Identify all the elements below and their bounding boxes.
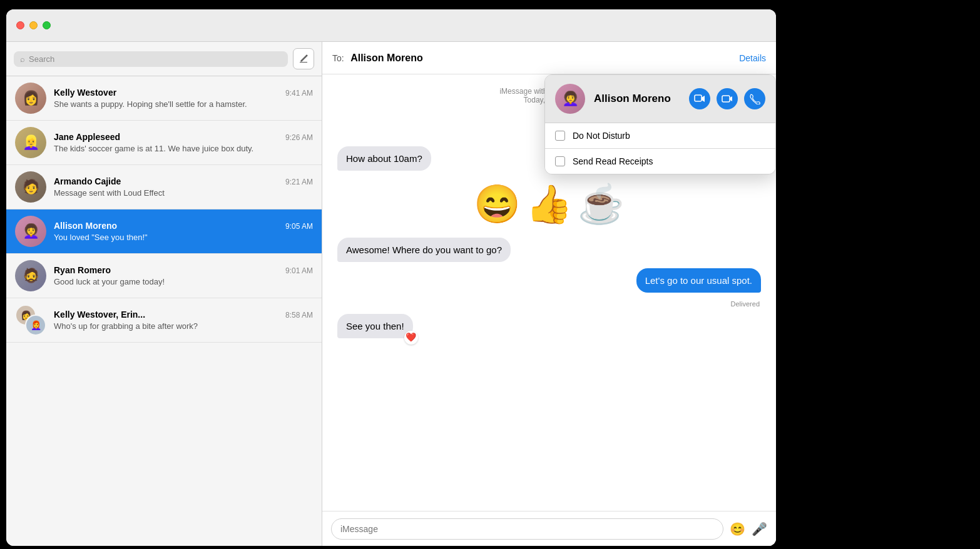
send-read-receipts-checkbox[interactable]	[555, 156, 565, 166]
avatar-ryan-romero: 🧔	[15, 260, 46, 291]
avatar-group-kelly-erin: 👩 👩‍🦰	[15, 305, 46, 336]
conv-preview: You loved "See you then!"	[54, 233, 313, 242]
avatar-erin: 👩‍🦰	[25, 315, 46, 336]
conv-info-allison-moreno: Allison Moreno 9:05 AM You loved "See yo…	[54, 221, 313, 242]
facetime-button[interactable]	[717, 88, 738, 109]
phone-call-button[interactable]	[744, 88, 765, 109]
minimize-button[interactable]	[29, 21, 38, 29]
svg-rect-1	[722, 96, 730, 102]
conv-preview: Message sent with Loud Effect	[54, 188, 313, 198]
compose-icon	[299, 54, 309, 64]
reaction-badge: ❤️	[404, 331, 418, 345]
conv-header: Allison Moreno 9:05 AM	[54, 221, 313, 231]
title-bar	[6, 9, 776, 42]
phone-icon	[749, 93, 760, 104]
send-read-receipts-option[interactable]: Send Read Receipts	[545, 149, 775, 174]
conv-header: Ryan Romero 9:01 AM	[54, 265, 313, 275]
conv-header: Kelly Westover 9:41 AM	[54, 88, 313, 98]
conversation-item-kelly-erin-group[interactable]: 👩 👩‍🦰 Kelly Westover, Erin... 8:58 AM Wh…	[6, 298, 322, 343]
conv-info-armando-cajide: Armando Cajide 9:21 AM Message sent with…	[54, 176, 313, 198]
avatar-kelly-westover: 👩	[15, 83, 46, 114]
microphone-icon[interactable]: 🎤	[752, 521, 767, 536]
conv-time: 9:41 AM	[285, 89, 313, 98]
app-window: ⌕ Search 👩 Kelly Westover	[6, 9, 776, 546]
popover-name: Allison Moreno	[594, 93, 680, 105]
video-message-icon	[694, 93, 705, 104]
conversation-item-armando-cajide[interactable]: 🧑 Armando Cajide 9:21 AM Message sent wi…	[6, 165, 322, 209]
chat-recipient: Allison Moreno	[350, 53, 423, 63]
conv-name: Kelly Westover, Erin...	[54, 310, 145, 320]
conv-preview: Good luck at your game today!	[54, 277, 313, 286]
conv-name: Armando Cajide	[54, 176, 121, 186]
delivered-status-row: Delivered	[337, 299, 761, 308]
avatar-armando-cajide: 🧑	[15, 171, 46, 203]
conv-header: Armando Cajide 9:21 AM	[54, 176, 313, 186]
search-bar: ⌕ Search	[6, 42, 322, 76]
conv-time: 8:58 AM	[285, 311, 313, 320]
main-content: ⌕ Search 👩 Kelly Westover	[6, 42, 776, 546]
conv-time: 9:01 AM	[285, 266, 313, 275]
conv-time: 9:05 AM	[285, 222, 313, 231]
emoji-row: 😄 👍 ☕	[337, 182, 761, 226]
conv-info-kelly-erin: Kelly Westover, Erin... 8:58 AM Who's up…	[54, 310, 313, 331]
emoji-thumbsup: 👍	[526, 182, 573, 226]
emoji-coffee: ☕	[578, 182, 625, 226]
traffic-lights	[16, 21, 51, 29]
conv-time: 9:26 AM	[285, 133, 313, 142]
conv-header: Kelly Westover, Erin... 8:58 AM	[54, 310, 313, 320]
conversation-item-allison-moreno[interactable]: 👩‍🦱 Allison Moreno 9:05 AM You loved "Se…	[6, 209, 322, 254]
to-label: To:	[332, 53, 344, 63]
popover-header: 👩‍🦱 Allison Moreno	[545, 75, 775, 123]
do-not-disturb-option[interactable]: Do Not Disturb	[545, 123, 775, 149]
conv-header: Jane Appleseed 9:26 AM	[54, 132, 313, 142]
conv-preview: Who's up for grabbing a bite after work?	[54, 321, 313, 331]
conv-info-jane-appleseed: Jane Appleseed 9:26 AM The kids' soccer …	[54, 132, 313, 153]
conv-preview: The kids' soccer game is at 11. We have …	[54, 144, 313, 153]
popover-avatar: 👩‍🦱	[555, 84, 585, 114]
search-icon: ⌕	[20, 54, 25, 64]
conv-name: Kelly Westover	[54, 88, 116, 98]
chat-area: To: Allison Moreno Details iMessage with…	[322, 42, 776, 546]
video-message-button[interactable]	[689, 88, 710, 109]
maximize-button[interactable]	[43, 21, 51, 29]
conv-name: Ryan Romero	[54, 265, 111, 275]
conversation-list: 👩 Kelly Westover 9:41 AM She wants a pup…	[6, 76, 322, 546]
message-row-sent-usual: Let's go to our usual spot.	[337, 268, 761, 293]
input-bar: 😊 🎤	[322, 511, 776, 546]
do-not-disturb-checkbox[interactable]	[555, 131, 565, 141]
chat-to-line: To: Allison Moreno	[332, 53, 423, 64]
search-placeholder: Search	[29, 54, 54, 64]
close-button[interactable]	[16, 21, 24, 29]
popover-actions	[689, 88, 765, 109]
message-row-received-awesome: Awesome! Where do you want to go?	[337, 238, 761, 262]
bubble-text-seeyou: See you then!	[346, 321, 404, 331]
details-button[interactable]: Details	[739, 53, 766, 63]
facetime-icon	[722, 93, 733, 104]
message-input[interactable]	[331, 518, 723, 540]
avatar-jane-appleseed: 👱‍♀️	[15, 127, 46, 158]
emoji-grinning: 😄	[474, 182, 521, 226]
conversation-item-kelly-westover[interactable]: 👩 Kelly Westover 9:41 AM She wants a pup…	[6, 76, 322, 121]
conv-preview: She wants a puppy. Hoping she'll settle …	[54, 99, 313, 109]
message-bubble-10am: How about 10am?	[337, 146, 431, 171]
conversation-item-ryan-romero[interactable]: 🧔 Ryan Romero 9:01 AM Good luck at your …	[6, 254, 322, 298]
conv-time: 9:21 AM	[285, 178, 313, 186]
svg-rect-0	[695, 95, 702, 101]
details-popover: 👩‍🦱 Allison Moreno	[544, 74, 776, 174]
conv-info-ryan-romero: Ryan Romero 9:01 AM Good luck at your ga…	[54, 265, 313, 286]
conv-name: Allison Moreno	[54, 221, 117, 231]
send-read-receipts-label: Send Read Receipts	[573, 156, 653, 166]
message-bubble-awesome: Awesome! Where do you want to go?	[337, 238, 511, 262]
emoji-picker-icon[interactable]: 😊	[730, 521, 745, 536]
conversation-item-jane-appleseed[interactable]: 👱‍♀️ Jane Appleseed 9:26 AM The kids' so…	[6, 121, 322, 165]
avatar-allison-moreno: 👩‍🦱	[15, 216, 46, 247]
search-input-wrap[interactable]: ⌕ Search	[14, 51, 288, 67]
sidebar: ⌕ Search 👩 Kelly Westover	[6, 42, 322, 546]
chat-header: To: Allison Moreno Details	[322, 42, 776, 74]
message-bubble-usual: Let's go to our usual spot.	[636, 268, 761, 293]
delivered-label: Delivered	[731, 300, 760, 308]
message-bubble-seeyou: See you then! ❤️	[337, 314, 413, 338]
popover-options: Do Not Disturb Send Read Receipts	[545, 123, 775, 174]
compose-button[interactable]	[293, 48, 314, 69]
do-not-disturb-label: Do Not Disturb	[573, 131, 630, 141]
